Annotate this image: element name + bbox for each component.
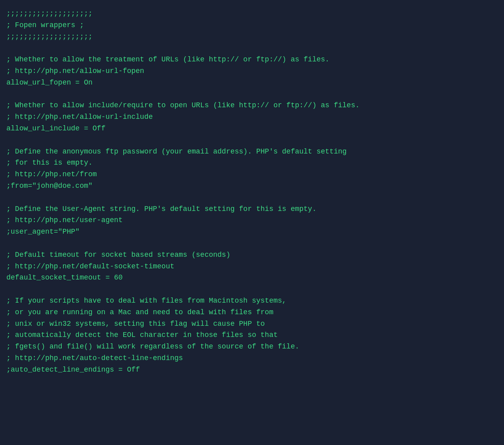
code-editor: ;;;;;;;;;;;;;;;;;;;; ; Fopen wrappers ; … bbox=[6, 8, 498, 376]
